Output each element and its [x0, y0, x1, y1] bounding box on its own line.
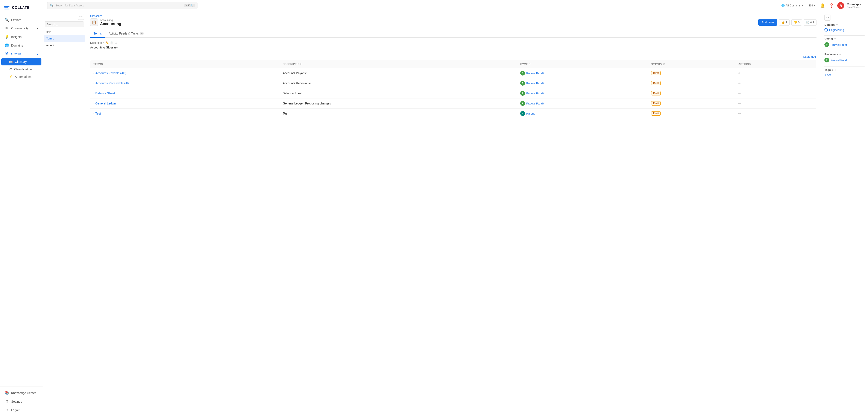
expand-all-button[interactable]: Expand All [803, 55, 816, 58]
app-name: COLLATE [12, 6, 29, 10]
sidebar-item-classification[interactable]: 🏷 Classification [1, 66, 41, 73]
add-term-button[interactable]: Add term [758, 19, 777, 26]
notifications-icon[interactable]: 🔔 [819, 2, 826, 9]
sidebar-item-label: Logout [11, 409, 21, 412]
thumbs-up-icon: 👍 [781, 21, 785, 24]
language-selector[interactable]: EN ▾ [807, 3, 817, 8]
description-cell: Balance Sheet [280, 88, 517, 98]
panel-item-hr[interactable]: (HR) [44, 28, 85, 35]
observability-icon: 👁 [5, 26, 9, 30]
page-header: 📋 Accounting Accounting Add term 👍 7 👎 0 [90, 19, 816, 26]
tab-terms[interactable]: Terms [90, 30, 105, 38]
sidebar-item-govern[interactable]: 🏛 Govern ▴ [1, 50, 41, 58]
domain-selector[interactable]: 🌐 All Domains ▾ [780, 3, 804, 8]
row-owner-name[interactable]: Prajwal Pandit [526, 82, 544, 85]
edit-reviewers-icon[interactable]: ✏ [839, 53, 841, 56]
expand-chevron-icon[interactable]: › [93, 82, 94, 85]
row-owner-name[interactable]: Harsha [526, 112, 535, 115]
more-description-icon[interactable]: ⊞ [115, 41, 117, 44]
sidebar-item-label: Observability [11, 27, 29, 30]
reviewer-avatar: P [825, 58, 829, 62]
tags-header: Tags ℹ ⊞ [825, 68, 865, 71]
term-cell: › General Ledger [90, 98, 280, 108]
page-title: Accounting [100, 22, 756, 26]
topbar: 🔍 Search for Data Assets ⌘ K 🔍 🌐 All Dom… [43, 0, 868, 11]
domain-circle-icon [825, 28, 828, 32]
edit-row-icon[interactable]: ✏ [738, 112, 741, 115]
edit-row-icon[interactable]: ✏ [738, 102, 741, 105]
status-filter-icon[interactable]: ▽ [662, 62, 665, 66]
owner-header: Owner ✏ [825, 37, 865, 40]
sidebar-item-domains[interactable]: 🌐 Domains [1, 41, 41, 50]
help-icon[interactable]: ❓ [828, 2, 835, 9]
term-link-accounts-payable[interactable]: › Accounts Payable (AP) [93, 71, 277, 75]
owner-cell: P Prajwal Pandit [517, 68, 648, 78]
search-bar[interactable]: 🔍 Search for Data Assets ⌘ K 🔍 [47, 2, 197, 9]
toggle-right-panel-button[interactable]: <> [825, 14, 831, 21]
knowledge-center-icon: 📚 [5, 391, 9, 395]
reviewer-initial: P [826, 59, 828, 61]
search-icon: 🔍 [50, 4, 54, 7]
glossary-table: TERMS DESCRIPTION OWNER STATUS ▽ ACTIONS… [90, 60, 816, 119]
expand-chevron-icon[interactable]: › [93, 72, 94, 74]
tag-info-icon[interactable]: ℹ [832, 68, 833, 71]
sidebar-item-observability[interactable]: 👁 Observability ▾ [1, 24, 41, 32]
sidebar-item-automations[interactable]: ⚡ Automations [1, 73, 41, 81]
sidebar-item-knowledge-center[interactable]: 📚 Knowledge Center [1, 389, 41, 397]
main-content: 🔍 Search for Data Assets ⌘ K 🔍 🌐 All Dom… [43, 0, 868, 417]
copy-description-icon[interactable]: 📋 [110, 41, 114, 44]
sidebar-item-explore[interactable]: 🔍 Explore [1, 15, 41, 24]
row-owner-name[interactable]: Prajwal Pandit [526, 102, 544, 105]
expand-chevron-icon[interactable]: › [93, 113, 94, 115]
avatar-initial: R [840, 4, 842, 7]
sidebar-item-logout[interactable]: ↪ Logout [1, 406, 41, 414]
description-cell: Accounts Receivable [280, 78, 517, 88]
term-link-balance-sheet[interactable]: › Balance Sheet [93, 92, 277, 95]
term-link-general-ledger[interactable]: › General Ledger [93, 102, 277, 105]
status-badge: Draft [651, 111, 661, 116]
classification-icon: 🏷 [9, 68, 12, 71]
govern-icon: 🏛 [5, 52, 9, 56]
description-cell: Accounts Payable [280, 68, 517, 78]
edit-row-icon[interactable]: ✏ [738, 82, 741, 85]
glossary-search-input[interactable] [44, 22, 84, 27]
term-link-accounts-receivable[interactable]: › Accounts Receivable (AR) [93, 82, 277, 85]
sidebar-item-glossary[interactable]: 📖 Glossary [1, 58, 41, 65]
divider-2 [825, 51, 865, 51]
edit-description-icon[interactable]: ✏️ [105, 41, 109, 44]
term-link-test[interactable]: › Test [93, 112, 277, 115]
reviewers-label: Reviewers [825, 53, 838, 56]
domain-name[interactable]: Engineering [829, 28, 844, 32]
add-tag-button[interactable]: + Add [825, 73, 832, 77]
vote-down-button[interactable]: 👎 0 [792, 19, 802, 26]
table-row: › Test Test H Harsha Draft ✏ [90, 108, 816, 119]
sidebar-item-label: Explore [11, 18, 21, 22]
edit-owner-icon[interactable]: ✏ [834, 37, 836, 40]
avatar[interactable]: R [837, 2, 844, 9]
row-owner-avatar: H [520, 111, 525, 116]
edit-row-icon[interactable]: ✏ [738, 92, 741, 95]
owner-name[interactable]: Prajwal Pandit [831, 43, 848, 46]
reviewer-name[interactable]: Prajwal Pandit [831, 59, 848, 62]
expand-chevron-icon[interactable]: › [93, 92, 94, 95]
toggle-panel-button[interactable]: <> [78, 14, 84, 20]
tab-activity-badge: 5 [140, 32, 144, 35]
sidebar-item-insights[interactable]: 💡 Insights [1, 33, 41, 41]
status-cell: Draft [648, 108, 735, 119]
sidebar-item-settings[interactable]: ⚙ Settings [1, 397, 41, 406]
tab-activity-feeds[interactable]: Activity Feeds & Tasks 5 [105, 30, 147, 38]
edit-row-icon[interactable]: ✏ [738, 71, 741, 75]
panel-item-management[interactable]: ement [44, 42, 85, 49]
row-owner-name[interactable]: Prajwal Pandit [526, 72, 544, 75]
panel-item-terms[interactable]: Terms [44, 35, 85, 42]
description-cell: Test [280, 108, 517, 119]
owner-badge: H Harsha [520, 111, 645, 116]
history-button[interactable]: 🕐 0.3 [804, 19, 816, 26]
tag-copy-icon[interactable]: ⊞ [834, 68, 836, 71]
breadcrumb-link[interactable]: Glossaries [90, 14, 102, 18]
row-owner-name[interactable]: Prajwal Pandit [526, 92, 544, 95]
edit-domain-icon[interactable]: ✏ [836, 23, 838, 26]
expand-chevron-icon[interactable]: › [93, 102, 94, 105]
user-role: Data Steward [847, 6, 864, 8]
vote-up-button[interactable]: 👍 7 [779, 19, 789, 26]
